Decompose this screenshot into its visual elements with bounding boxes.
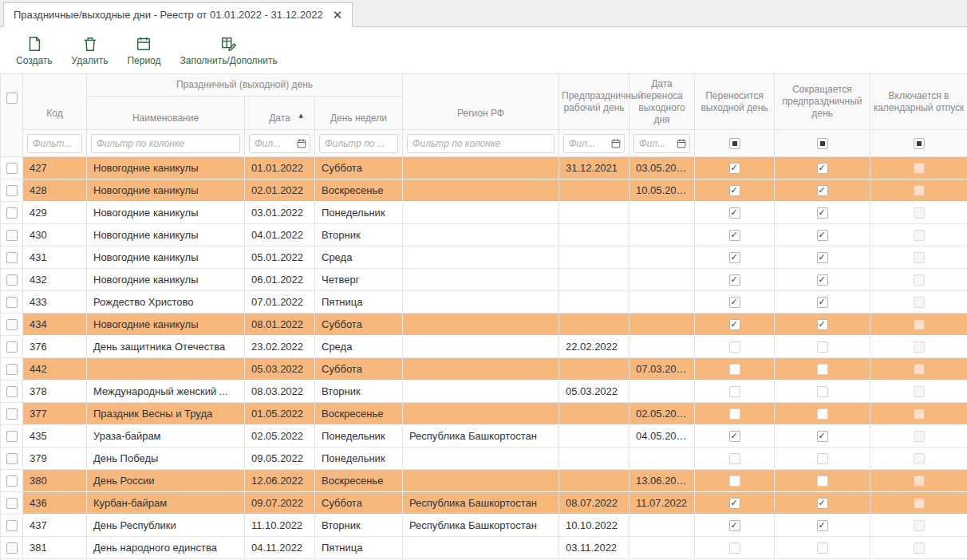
carried-checkbox[interactable] — [729, 408, 740, 420]
row-select-checkbox[interactable] — [6, 364, 18, 375]
filter-region-input[interactable] — [407, 134, 555, 153]
shortened-checkbox[interactable] — [817, 431, 828, 442]
table-row[interactable]: 433Рождество Христово07.01.2022Пятница — [1, 291, 967, 314]
table-row[interactable]: 44205.03.2022Суббота07.03.2022 — [1, 358, 967, 381]
shortened-checkbox[interactable] — [817, 341, 828, 353]
table-row[interactable]: 431Новогодние каникулы05.01.2022Среда — [1, 246, 967, 269]
col-header-weekday[interactable]: День недели — [315, 97, 403, 130]
carried-checkbox[interactable] — [729, 475, 740, 487]
create-button[interactable]: Создать — [16, 35, 53, 66]
shortened-checkbox[interactable] — [817, 185, 828, 196]
row-select-checkbox[interactable] — [6, 252, 18, 263]
carried-checkbox[interactable] — [729, 230, 740, 241]
row-select-checkbox[interactable] — [6, 274, 18, 286]
row-select-checkbox[interactable] — [6, 297, 18, 308]
carried-checkbox[interactable] — [729, 431, 740, 442]
shortened-checkbox[interactable] — [817, 453, 828, 464]
table-row[interactable]: 377Праздник Весны и Труда01.05.2022Воскр… — [1, 403, 967, 425]
shortened-checkbox[interactable] — [817, 498, 828, 509]
shortened-checkbox[interactable] — [817, 364, 828, 375]
carried-checkbox[interactable] — [729, 297, 740, 308]
calendar-icon[interactable] — [297, 139, 306, 152]
col-header-preholiday[interactable]: Предпраздничный рабочий день — [559, 74, 630, 130]
tab-close-icon[interactable]: ✕ — [333, 9, 343, 21]
tab-holidays-register[interactable]: Праздничные/выходные дни - Реестр от 01.… — [3, 2, 353, 27]
table-row[interactable]: 380День России12.06.2022Воскресенье13.06… — [1, 470, 967, 492]
table-row[interactable]: 376День защитника Отечества23.02.2022Сре… — [1, 336, 967, 358]
row-select-checkbox[interactable] — [6, 453, 18, 464]
calendar-icon[interactable] — [677, 139, 686, 152]
carried-checkbox[interactable] — [729, 319, 740, 330]
carried-checkbox[interactable] — [729, 274, 740, 286]
period-button[interactable]: Период — [127, 35, 160, 66]
col-header-date[interactable]: Дата ▲ — [245, 97, 315, 130]
row-select-checkbox[interactable] — [6, 542, 18, 554]
delete-button[interactable]: Удалить — [72, 35, 109, 66]
shortened-checkbox[interactable] — [817, 230, 828, 241]
carried-checkbox[interactable] — [729, 520, 740, 531]
row-select-checkbox[interactable] — [6, 520, 18, 531]
table-row[interactable]: 434Новогодние каникулы08.01.2022Суббота — [1, 314, 967, 336]
carried-checkbox[interactable] — [729, 207, 740, 219]
col-header-carried[interactable]: Переносится выходной день — [695, 74, 775, 130]
carried-checkbox[interactable] — [729, 364, 740, 375]
table-row[interactable]: 429Новогодние каникулы03.01.2022Понедель… — [1, 202, 967, 224]
shortened-checkbox[interactable] — [817, 297, 828, 308]
shortened-checkbox[interactable] — [817, 520, 828, 531]
shortened-checkbox[interactable] — [817, 319, 828, 330]
col-header-vacation[interactable]: Включается в календарный отпуск — [870, 74, 967, 130]
carried-checkbox[interactable] — [729, 386, 740, 397]
row-select-checkbox[interactable] — [6, 230, 18, 241]
row-select-checkbox[interactable] — [6, 341, 18, 353]
shortened-checkbox[interactable] — [817, 252, 828, 263]
table-row[interactable]: 430Новогодние каникулы04.01.2022Вторник — [1, 224, 967, 246]
carried-checkbox[interactable] — [729, 163, 740, 174]
table-row[interactable]: 378Международный женский ...08.03.2022Вт… — [1, 381, 967, 403]
row-select-checkbox[interactable] — [6, 475, 18, 487]
cell-weekday: Суббота — [315, 492, 403, 515]
shortened-checkbox[interactable] — [817, 386, 828, 397]
shortened-checkbox[interactable] — [817, 542, 828, 554]
carried-checkbox[interactable] — [729, 185, 740, 196]
col-header-code[interactable]: Код — [23, 74, 87, 130]
table-row[interactable]: 427Новогодние каникулы01.01.2022Суббота3… — [1, 157, 967, 179]
carried-checkbox[interactable] — [729, 498, 740, 509]
col-header-name[interactable]: Наименование — [87, 97, 245, 130]
shortened-checkbox[interactable] — [817, 163, 828, 174]
row-select-checkbox[interactable] — [6, 431, 18, 442]
table-row[interactable]: 379День Победы09.05.2022Понедельник — [1, 448, 967, 470]
table-row[interactable]: 432Новогодние каникулы06.01.2022Четверг — [1, 269, 967, 291]
carried-checkbox[interactable] — [729, 542, 740, 554]
row-select-checkbox[interactable] — [6, 498, 18, 509]
table-row[interactable]: 381День народного единства04.11.2022Пятн… — [1, 537, 967, 559]
filter-code-input[interactable] — [27, 134, 82, 153]
carried-filter-checkbox[interactable] — [729, 138, 740, 149]
row-select-checkbox[interactable] — [6, 163, 18, 174]
col-header-transfer[interactable]: Дата переноса выходного дня — [630, 74, 695, 130]
shortened-checkbox[interactable] — [817, 408, 828, 420]
row-select-checkbox[interactable] — [6, 386, 18, 397]
col-header-region[interactable]: Регион РФ — [403, 74, 559, 130]
shortened-filter-checkbox[interactable] — [817, 138, 828, 149]
carried-checkbox[interactable] — [729, 252, 740, 263]
shortened-checkbox[interactable] — [817, 475, 828, 487]
calendar-icon[interactable] — [611, 139, 621, 152]
col-header-shortened[interactable]: Сокращается предпраздничный день — [775, 74, 870, 130]
filter-name-input[interactable] — [91, 134, 240, 153]
row-select-checkbox[interactable] — [6, 408, 18, 420]
shortened-checkbox[interactable] — [817, 207, 828, 219]
shortened-checkbox[interactable] — [817, 274, 828, 286]
carried-checkbox[interactable] — [729, 341, 740, 353]
fill-button[interactable]: Заполнить/Дополнить — [180, 35, 278, 66]
carried-checkbox[interactable] — [729, 453, 740, 464]
table-row[interactable]: 435Ураза-байрам02.05.2022ПонедельникРесп… — [1, 425, 967, 448]
select-all-checkbox[interactable] — [6, 93, 18, 104]
table-row[interactable]: 436Курбан-байрам09.07.2022СубботаРеспубл… — [1, 492, 967, 515]
row-select-checkbox[interactable] — [6, 319, 18, 330]
row-select-checkbox[interactable] — [6, 185, 18, 196]
row-select-checkbox[interactable] — [6, 207, 18, 219]
table-row[interactable]: 428Новогодние каникулы02.01.2022Воскресе… — [1, 179, 967, 202]
vacation-filter-checkbox[interactable] — [914, 138, 925, 149]
table-row[interactable]: 437День Республики11.10.2022ВторникРеспу… — [1, 515, 967, 537]
filter-weekday-input[interactable] — [319, 134, 398, 153]
